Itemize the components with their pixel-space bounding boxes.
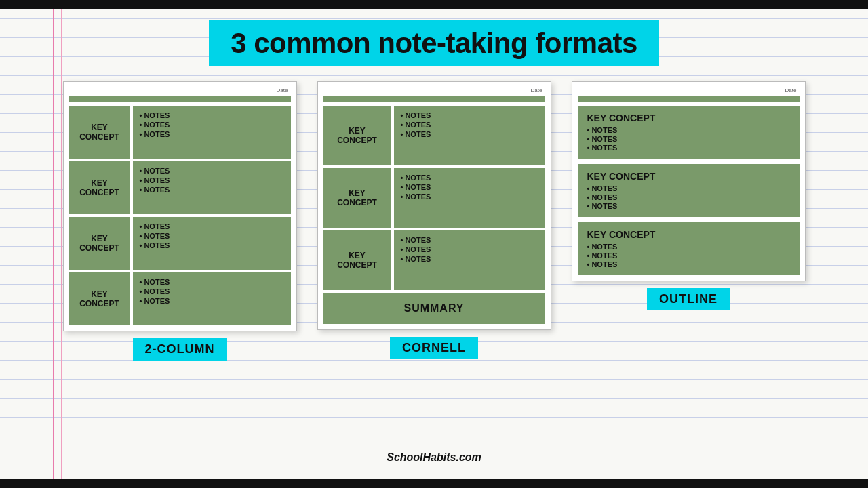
main-content: 3 common note-taking formats Date KEYCON… (0, 9, 868, 479)
two-column-label: 2-COLUMN (133, 338, 227, 361)
cornell-summary: SUMMARY (323, 293, 545, 324)
cornell-body: KEYCONCEPT KEYCONCEPT KEYCONCEPT NOTES N… (323, 106, 545, 324)
key-cell-2: KEYCONCEPT (69, 161, 130, 214)
key-cell-3: KEYCONCEPT (69, 217, 130, 270)
notes-cell-3: NOTES NOTES NOTES (133, 217, 291, 270)
cornell-top: KEYCONCEPT KEYCONCEPT KEYCONCEPT NOTES N… (323, 106, 545, 290)
website-credit: SchoolHabits.com (387, 451, 481, 464)
outline-label: OUTLINE (647, 288, 730, 310)
notes-cell-1: NOTES NOTES NOTES (133, 106, 291, 159)
border-bottom (0, 479, 868, 488)
date-label-1: Date (69, 87, 291, 94)
two-col-notes: NOTES NOTES NOTES NOTES NOTES NOTES NOTE… (133, 106, 291, 325)
two-col-keys: KEYCONCEPT KEYCONCEPT KEYCONCEPT KEYCONC… (69, 106, 130, 325)
outline-section-2: KEY CONCEPT NOTES NOTES NOTES (578, 164, 800, 217)
outline-section-1: KEY CONCEPT NOTES NOTES NOTES (578, 106, 800, 159)
key-cell-1: KEYCONCEPT (69, 106, 130, 159)
cornell-card: Date KEYCONCEPT KEYCONCEPT KEYCONCEPT NO… (317, 81, 551, 330)
outline-card-wrapper: Date KEY CONCEPT NOTES NOTES NOTES KEY C… (572, 81, 806, 310)
cornell-notes-col: NOTES NOTES NOTES NOTES NOTES NOTES NOTE… (394, 106, 545, 290)
cornell-key-1: KEYCONCEPT (323, 106, 391, 165)
cornell-label: CORNELL (390, 337, 478, 359)
cornell-notes-3: NOTES NOTES NOTES (394, 230, 545, 290)
border-top (0, 0, 868, 9)
cornell-key-3: KEYCONCEPT (323, 230, 391, 290)
cornell-key-col: KEYCONCEPT KEYCONCEPT KEYCONCEPT (323, 106, 391, 290)
cornell-key-2: KEYCONCEPT (323, 168, 391, 228)
key-cell-4: KEYCONCEPT (69, 272, 130, 325)
page-title: 3 common note-taking formats (231, 27, 637, 59)
cornell-card-wrapper: Date KEYCONCEPT KEYCONCEPT KEYCONCEPT NO… (317, 81, 551, 359)
cards-row: Date KEYCONCEPT KEYCONCEPT KEYCONCEPT KE… (63, 81, 806, 361)
title-bar-2 (323, 96, 545, 102)
notes-cell-2: NOTES NOTES NOTES (133, 161, 291, 214)
outline-card: Date KEY CONCEPT NOTES NOTES NOTES KEY C… (572, 81, 806, 281)
title-bar-3 (578, 96, 800, 102)
two-col-body: KEYCONCEPT KEYCONCEPT KEYCONCEPT KEYCONC… (69, 106, 291, 325)
two-column-card-wrapper: Date KEYCONCEPT KEYCONCEPT KEYCONCEPT KE… (63, 81, 297, 361)
title-banner: 3 common note-taking formats (209, 20, 659, 66)
date-label-2: Date (323, 87, 545, 94)
outline-section-3: KEY CONCEPT NOTES NOTES NOTES (578, 222, 800, 275)
outline-body: KEY CONCEPT NOTES NOTES NOTES KEY CONCEP… (578, 106, 800, 275)
notes-cell-4: NOTES NOTES NOTES (133, 272, 291, 325)
title-bar-1 (69, 96, 291, 102)
cornell-notes-1: NOTES NOTES NOTES (394, 106, 545, 165)
date-label-3: Date (578, 87, 800, 94)
cornell-notes-2: NOTES NOTES NOTES (394, 168, 545, 228)
two-column-card: Date KEYCONCEPT KEYCONCEPT KEYCONCEPT KE… (63, 81, 297, 331)
